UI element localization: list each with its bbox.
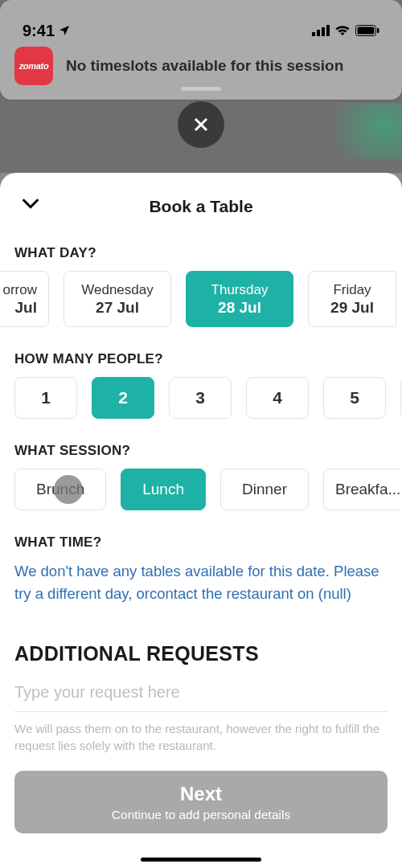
people-option-selected[interactable]: 2 (92, 377, 154, 419)
people-option[interactable]: 3 (169, 377, 232, 419)
day-option[interactable]: orrow Jul (0, 271, 49, 327)
next-button-title: Next (180, 783, 222, 805)
home-indicator[interactable] (141, 858, 261, 862)
background-accent (314, 103, 402, 159)
people-option[interactable]: 5 (323, 377, 386, 419)
svg-rect-3 (326, 25, 330, 36)
no-availability-message: We don't have any tables available for t… (0, 560, 402, 605)
request-disclaimer: We will pass them on to the restaurant, … (0, 712, 402, 755)
battery-icon (355, 25, 379, 36)
wifi-icon (334, 25, 351, 36)
label-what-session: WHAT SESSION? (0, 443, 402, 459)
day-option-selected[interactable]: Thursday 28 Jul (186, 271, 293, 327)
collapse-chevron-icon[interactable] (19, 192, 42, 215)
app-logo: zomato (14, 47, 53, 85)
svg-rect-2 (322, 27, 325, 36)
session-option-dinner[interactable]: Dinner (220, 469, 309, 510)
cellular-icon (312, 25, 330, 36)
close-button[interactable] (178, 101, 224, 148)
people-option[interactable]: 1 (14, 377, 77, 419)
banner-message: No timeslots available for this session (66, 57, 343, 75)
close-icon (191, 115, 211, 134)
status-time: 9:41 (23, 22, 55, 40)
people-option[interactable]: 4 (246, 377, 309, 419)
screen: 9:41 zomato No timeslots available for t… (0, 0, 402, 868)
day-option[interactable]: Wednesday 27 Jul (64, 271, 171, 327)
session-selector[interactable]: Brunch Lunch Dinner Breakfa... (0, 469, 402, 510)
additional-requests-heading: ADDITIONAL REQUESTS (0, 642, 402, 665)
next-button-sub: Continue to add personal details (112, 808, 290, 822)
location-arrow-icon (58, 24, 71, 37)
booking-sheet: Book a Table WHAT DAY? orrow Jul Wednesd… (0, 173, 402, 868)
tap-indicator (54, 475, 83, 504)
svg-rect-5 (358, 27, 375, 35)
session-option-lunch[interactable]: Lunch (121, 469, 206, 510)
svg-rect-1 (317, 30, 320, 36)
day-option[interactable]: Friday 29 Jul (308, 271, 396, 327)
banner-handle[interactable] (181, 87, 221, 91)
label-what-time: WHAT TIME? (0, 534, 402, 551)
status-bar: 9:41 (0, 18, 402, 43)
sheet-title: Book a Table (149, 197, 252, 216)
label-what-day: WHAT DAY? (0, 245, 402, 261)
svg-rect-6 (377, 28, 379, 33)
request-input[interactable] (14, 683, 388, 702)
next-button[interactable]: Next Continue to add personal details (14, 771, 388, 833)
people-selector[interactable]: 1 2 3 4 5 (0, 377, 402, 419)
label-how-many: HOW MANY PEOPLE? (0, 351, 402, 367)
svg-rect-0 (312, 32, 315, 36)
day-selector[interactable]: orrow Jul Wednesday 27 Jul Thursday 28 J… (0, 271, 401, 327)
request-input-wrap (14, 677, 388, 712)
session-option-breakfast[interactable]: Breakfa... (323, 469, 400, 510)
